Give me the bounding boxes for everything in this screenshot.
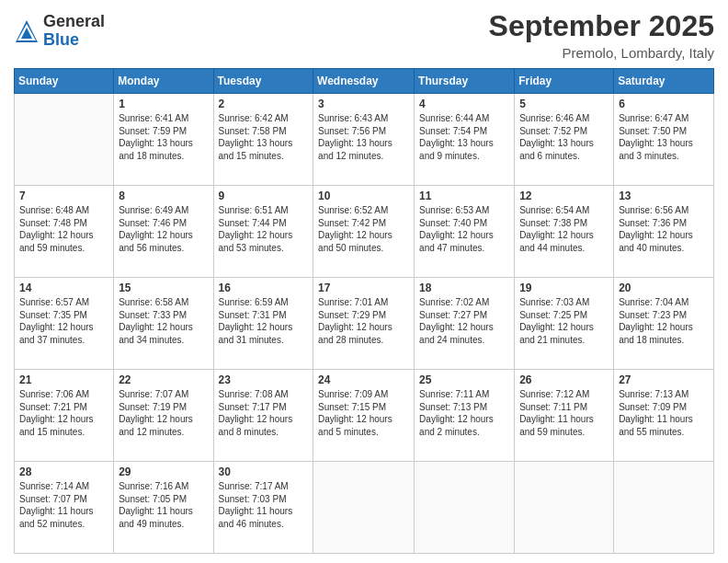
page: General Blue September 2025 Premolo, Lom… xyxy=(0,0,728,563)
day-number: 10 xyxy=(318,190,409,202)
day-info: Sunrise: 6:42 AM Sunset: 7:58 PM Dayligh… xyxy=(219,112,309,162)
day-info: Sunrise: 7:02 AM Sunset: 7:27 PM Dayligh… xyxy=(419,296,509,346)
day-number: 12 xyxy=(519,190,609,202)
calendar-cell: 4Sunrise: 6:44 AM Sunset: 7:54 PM Daylig… xyxy=(415,94,515,186)
day-info: Sunrise: 7:17 AM Sunset: 7:03 PM Dayligh… xyxy=(219,480,309,530)
day-number: 29 xyxy=(119,465,208,478)
calendar-cell: 17Sunrise: 7:01 AM Sunset: 7:29 PM Dayli… xyxy=(313,278,415,370)
day-info: Sunrise: 6:58 AM Sunset: 7:33 PM Dayligh… xyxy=(119,296,208,346)
calendar-cell: 23Sunrise: 7:08 AM Sunset: 7:17 PM Dayli… xyxy=(213,370,313,462)
calendar-cell: 25Sunrise: 7:11 AM Sunset: 7:13 PM Dayli… xyxy=(415,370,515,462)
calendar-cell: 8Sunrise: 6:49 AM Sunset: 7:46 PM Daylig… xyxy=(114,186,213,278)
calendar-cell: 3Sunrise: 6:43 AM Sunset: 7:56 PM Daylig… xyxy=(313,94,415,186)
calendar-cell: 2Sunrise: 6:42 AM Sunset: 7:58 PM Daylig… xyxy=(213,94,313,186)
calendar-cell xyxy=(313,462,415,554)
day-info: Sunrise: 7:08 AM Sunset: 7:17 PM Dayligh… xyxy=(219,388,309,438)
day-info: Sunrise: 6:47 AM Sunset: 7:50 PM Dayligh… xyxy=(619,112,709,162)
calendar-cell: 13Sunrise: 6:56 AM Sunset: 7:36 PM Dayli… xyxy=(614,186,714,278)
calendar-cell xyxy=(614,462,714,554)
logo-blue: Blue xyxy=(43,31,105,50)
day-info: Sunrise: 7:03 AM Sunset: 7:25 PM Dayligh… xyxy=(519,296,609,346)
calendar-cell xyxy=(415,462,515,554)
calendar-week-2: 7Sunrise: 6:48 AM Sunset: 7:48 PM Daylig… xyxy=(15,186,714,278)
day-number: 22 xyxy=(119,373,208,386)
col-sunday: Sunday xyxy=(15,69,114,94)
day-info: Sunrise: 7:16 AM Sunset: 7:05 PM Dayligh… xyxy=(119,480,208,530)
calendar-cell: 28Sunrise: 7:14 AM Sunset: 7:07 PM Dayli… xyxy=(15,462,114,554)
calendar-cell: 12Sunrise: 6:54 AM Sunset: 7:38 PM Dayli… xyxy=(515,186,614,278)
day-number: 17 xyxy=(318,282,409,294)
day-number: 1 xyxy=(119,98,208,110)
day-number: 24 xyxy=(318,373,409,386)
day-number: 21 xyxy=(19,373,108,386)
col-thursday: Thursday xyxy=(415,69,515,94)
day-number: 5 xyxy=(519,98,609,110)
calendar-cell: 11Sunrise: 6:53 AM Sunset: 7:40 PM Dayli… xyxy=(415,186,515,278)
logo: General Blue xyxy=(14,13,105,50)
calendar-cell: 7Sunrise: 6:48 AM Sunset: 7:48 PM Daylig… xyxy=(15,186,114,278)
day-number: 19 xyxy=(519,282,609,294)
day-info: Sunrise: 6:59 AM Sunset: 7:31 PM Dayligh… xyxy=(219,296,309,346)
day-info: Sunrise: 7:09 AM Sunset: 7:15 PM Dayligh… xyxy=(318,388,409,438)
day-number: 3 xyxy=(318,98,409,110)
day-info: Sunrise: 6:44 AM Sunset: 7:54 PM Dayligh… xyxy=(419,112,509,162)
col-tuesday: Tuesday xyxy=(213,69,313,94)
calendar-cell: 9Sunrise: 6:51 AM Sunset: 7:44 PM Daylig… xyxy=(213,186,313,278)
location: Premolo, Lombardy, Italy xyxy=(489,45,714,61)
calendar-cell: 10Sunrise: 6:52 AM Sunset: 7:42 PM Dayli… xyxy=(313,186,415,278)
calendar-cell: 20Sunrise: 7:04 AM Sunset: 7:23 PM Dayli… xyxy=(614,278,714,370)
day-info: Sunrise: 6:43 AM Sunset: 7:56 PM Dayligh… xyxy=(318,112,409,162)
day-number: 23 xyxy=(219,373,309,386)
day-number: 30 xyxy=(219,465,309,478)
calendar-cell: 26Sunrise: 7:12 AM Sunset: 7:11 PM Dayli… xyxy=(515,370,614,462)
day-number: 26 xyxy=(519,373,609,386)
day-info: Sunrise: 6:52 AM Sunset: 7:42 PM Dayligh… xyxy=(318,204,409,254)
calendar-cell: 19Sunrise: 7:03 AM Sunset: 7:25 PM Dayli… xyxy=(515,278,614,370)
day-info: Sunrise: 6:41 AM Sunset: 7:59 PM Dayligh… xyxy=(119,112,208,162)
day-number: 20 xyxy=(619,282,709,294)
logo-icon xyxy=(14,18,40,44)
day-number: 16 xyxy=(219,282,309,294)
month-title: September 2025 xyxy=(489,9,714,43)
day-info: Sunrise: 6:46 AM Sunset: 7:52 PM Dayligh… xyxy=(519,112,609,162)
day-info: Sunrise: 6:56 AM Sunset: 7:36 PM Dayligh… xyxy=(619,204,709,254)
calendar-week-5: 28Sunrise: 7:14 AM Sunset: 7:07 PM Dayli… xyxy=(15,462,714,554)
calendar-cell: 16Sunrise: 6:59 AM Sunset: 7:31 PM Dayli… xyxy=(213,278,313,370)
day-number: 25 xyxy=(419,373,509,386)
day-info: Sunrise: 7:12 AM Sunset: 7:11 PM Dayligh… xyxy=(519,388,609,438)
calendar-cell: 14Sunrise: 6:57 AM Sunset: 7:35 PM Dayli… xyxy=(15,278,114,370)
calendar-cell: 1Sunrise: 6:41 AM Sunset: 7:59 PM Daylig… xyxy=(114,94,213,186)
day-number: 14 xyxy=(19,282,108,294)
day-info: Sunrise: 6:48 AM Sunset: 7:48 PM Dayligh… xyxy=(19,204,108,254)
day-number: 28 xyxy=(19,465,108,478)
day-info: Sunrise: 7:13 AM Sunset: 7:09 PM Dayligh… xyxy=(619,388,709,438)
calendar-cell: 22Sunrise: 7:07 AM Sunset: 7:19 PM Dayli… xyxy=(114,370,213,462)
day-number: 4 xyxy=(419,98,509,110)
header: General Blue September 2025 Premolo, Lom… xyxy=(14,9,714,61)
calendar-week-1: 1Sunrise: 6:41 AM Sunset: 7:59 PM Daylig… xyxy=(15,94,714,186)
col-wednesday: Wednesday xyxy=(313,69,415,94)
day-info: Sunrise: 7:11 AM Sunset: 7:13 PM Dayligh… xyxy=(419,388,509,438)
day-number: 7 xyxy=(19,190,108,202)
calendar-cell: 21Sunrise: 7:06 AM Sunset: 7:21 PM Dayli… xyxy=(15,370,114,462)
day-info: Sunrise: 7:06 AM Sunset: 7:21 PM Dayligh… xyxy=(19,388,108,438)
day-info: Sunrise: 6:51 AM Sunset: 7:44 PM Dayligh… xyxy=(219,204,309,254)
calendar-cell xyxy=(515,462,614,554)
calendar-cell: 30Sunrise: 7:17 AM Sunset: 7:03 PM Dayli… xyxy=(213,462,313,554)
title-block: September 2025 Premolo, Lombardy, Italy xyxy=(489,9,714,61)
col-monday: Monday xyxy=(114,69,213,94)
calendar-cell: 6Sunrise: 6:47 AM Sunset: 7:50 PM Daylig… xyxy=(614,94,714,186)
calendar-cell: 27Sunrise: 7:13 AM Sunset: 7:09 PM Dayli… xyxy=(614,370,714,462)
day-number: 2 xyxy=(219,98,309,110)
calendar-header: Sunday Monday Tuesday Wednesday Thursday… xyxy=(15,69,714,94)
col-saturday: Saturday xyxy=(614,69,714,94)
calendar-cell: 18Sunrise: 7:02 AM Sunset: 7:27 PM Dayli… xyxy=(415,278,515,370)
calendar-cell: 24Sunrise: 7:09 AM Sunset: 7:15 PM Dayli… xyxy=(313,370,415,462)
logo-general: General xyxy=(43,13,105,31)
calendar-week-4: 21Sunrise: 7:06 AM Sunset: 7:21 PM Dayli… xyxy=(15,370,714,462)
day-info: Sunrise: 6:54 AM Sunset: 7:38 PM Dayligh… xyxy=(519,204,609,254)
calendar-cell: 29Sunrise: 7:16 AM Sunset: 7:05 PM Dayli… xyxy=(114,462,213,554)
calendar-cell xyxy=(15,94,114,186)
day-number: 6 xyxy=(619,98,709,110)
day-number: 13 xyxy=(619,190,709,202)
